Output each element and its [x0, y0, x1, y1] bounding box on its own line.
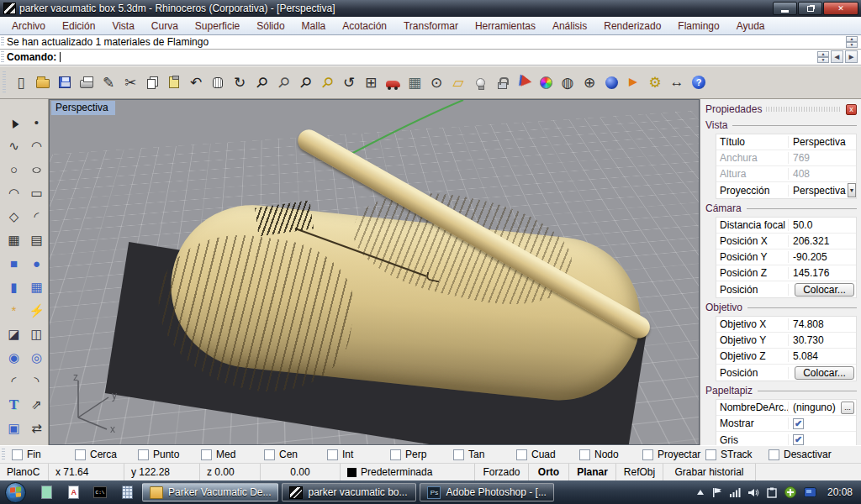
osnap-checkbox[interactable] [12, 449, 23, 460]
spinner-up-icon[interactable]: ▲ [817, 51, 829, 57]
toolbar-icon-undo-view[interactable]: ↺ [338, 71, 360, 94]
snap-toggle[interactable]: Forzado [475, 464, 529, 480]
toolbar-icon-block-shapes[interactable]: ▱ [447, 71, 469, 94]
cplane-button[interactable]: PlanoC [0, 464, 49, 480]
menu-item-vista[interactable]: Vista [103, 18, 142, 34]
osnap-checkbox[interactable] [516, 449, 527, 460]
osnap-checkbox[interactable] [705, 449, 716, 460]
toolbar-icon-material[interactable] [513, 71, 535, 94]
toolbar-icon-copy[interactable] [141, 71, 163, 94]
quicklaunch-notepad-icon[interactable] [39, 485, 54, 500]
osnap-toggle-nodo[interactable]: Nodo [579, 449, 642, 460]
menu-item-curva[interactable]: Curva [143, 18, 187, 34]
osnap-checkbox[interactable] [453, 449, 464, 460]
volume-icon[interactable] [748, 488, 759, 497]
taskbar-button-photoshop[interactable]: PsAdobe Photoshop - [... [420, 483, 554, 501]
scroll-left-icon[interactable]: ◀ [831, 50, 843, 63]
menu-item-ayuda[interactable]: Ayuda [728, 18, 774, 34]
restore-button[interactable] [798, 2, 822, 15]
toolbar-icon-color-wheel[interactable] [535, 71, 557, 94]
drag-handle[interactable] [1, 51, 4, 63]
side-tool-sphere-solid[interactable]: ● [25, 252, 48, 275]
osnap-toggle-fin[interactable]: Fin [12, 449, 75, 460]
menu-item-malla[interactable]: Malla [293, 18, 335, 34]
side-tool-curve-interpolate[interactable]: ◠ [25, 134, 48, 157]
toolbar-icon-new-file[interactable]: ▯ [10, 71, 32, 94]
osnap-toggle-punto[interactable]: Punto [138, 449, 201, 460]
toolbar-icon-sphere-wire[interactable]: ◍ [557, 71, 578, 94]
osnap-toggle-cerca[interactable]: Cerca [75, 449, 138, 460]
taskbar-clock[interactable]: 20:08 [827, 486, 853, 498]
ortho-toggle[interactable]: Orto [529, 464, 569, 480]
start-button[interactable] [5, 482, 26, 503]
side-tool-boolean-union[interactable]: * [3, 299, 25, 322]
toolbar-icon-open-folder[interactable] [32, 71, 54, 94]
toolbar-icon-cone-arrow[interactable]: ▲ [622, 71, 644, 94]
taskbar-button-rhino[interactable]: parker vacumatic bo... [282, 483, 416, 501]
side-tool-scale[interactable]: ⇗ [25, 393, 48, 416]
side-tool-split[interactable]: ◫ [25, 323, 48, 345]
taskbar-button-explorer[interactable]: Parker Vacumatic De... [142, 483, 278, 501]
history-toggle[interactable]: Grabar historial [663, 464, 756, 480]
menu-item-s-lido[interactable]: Sólido [248, 18, 293, 34]
toolbar-icon-sphere-grid[interactable]: ⊕ [578, 71, 600, 94]
command-line[interactable]: Comando: ▲▼ ◀ ▶ [0, 50, 861, 66]
network-icon[interactable] [730, 488, 741, 497]
osnap-toggle-cuad[interactable]: Cuad [516, 449, 579, 460]
wallpaper-gray-checkbox[interactable]: ✔ [793, 434, 804, 445]
osnap-checkbox[interactable] [264, 449, 275, 460]
osnap-toggle-int[interactable]: Int [327, 449, 390, 460]
side-tool-box-solid[interactable]: ■ [3, 252, 25, 275]
drag-handle[interactable] [3, 71, 6, 93]
perspective-viewport[interactable]: Perspectiva z y x [49, 99, 700, 445]
osnap-checkbox[interactable] [201, 449, 212, 460]
toolbar-icon-render-sphere[interactable] [600, 71, 622, 94]
toolbar-icon-print[interactable] [76, 71, 98, 94]
toolbar-icon-zoom-in[interactable]: ⚲ [251, 71, 272, 94]
antivirus-icon[interactable] [784, 486, 796, 498]
side-tool-text[interactable]: T [3, 393, 25, 416]
menu-item-acotaci-n[interactable]: Acotación [334, 18, 395, 34]
osnap-checkbox[interactable] [138, 449, 149, 460]
toolbar-icon-zoom-selected[interactable]: ⚲ [316, 71, 338, 94]
toolbar-icon-cut[interactable]: ✂ [119, 71, 141, 94]
side-tool-trim[interactable]: ◪ [3, 323, 25, 345]
side-tool-blend-curve[interactable]: ◝ [25, 370, 48, 392]
toolbar-icon-gears[interactable]: ⚙ [644, 71, 666, 94]
toolbar-icon-paste[interactable] [163, 71, 185, 94]
spinner-down-icon[interactable]: ▼ [817, 57, 829, 63]
osnap-checkbox[interactable] [769, 449, 779, 460]
osnap-toggle-desactivar[interactable]: Desactivar [769, 449, 832, 460]
projection-dropdown-icon[interactable]: ▼ [848, 183, 856, 197]
menu-item-archivo[interactable]: Archivo [3, 18, 54, 34]
toolbar-icon-help[interactable] [688, 71, 710, 94]
toolbar-icon-pan[interactable] [207, 71, 229, 94]
drag-handle[interactable] [1, 37, 4, 47]
toolbar-icon-viewport-layout[interactable]: ⊞ [360, 71, 382, 94]
osnap-toggle-strack[interactable]: STrack [705, 449, 769, 460]
toolbar-icon-export-note[interactable]: ✎ [98, 71, 119, 94]
side-tool-polygon[interactable]: ◇ [3, 205, 25, 228]
side-tool-rectangle[interactable]: ▭ [25, 181, 48, 204]
side-tool-point[interactable]: • [25, 111, 48, 134]
scroll-right-icon[interactable]: ▶ [845, 50, 858, 63]
quicklaunch-calculator-icon[interactable] [119, 485, 135, 500]
side-tool-explode[interactable]: ⚡ [25, 299, 48, 322]
quicklaunch-wordpad-icon[interactable] [66, 485, 81, 500]
menu-item-renderizado[interactable]: Renderizado [595, 18, 669, 34]
side-tool-curve-edit[interactable]: ◜ [3, 370, 25, 392]
side-tool-cylinder-surface[interactable]: ▮ [3, 276, 25, 298]
side-tool-distribute[interactable]: ⇄ [25, 417, 48, 439]
side-tool-circle[interactable]: ○ [3, 158, 25, 181]
side-tool-select[interactable]: ▲ [3, 111, 25, 134]
side-tool-surface-points[interactable]: ▦ [3, 228, 25, 251]
drag-handle[interactable] [2, 449, 5, 460]
history-scroll-up-icon[interactable]: ▲ [846, 36, 858, 42]
side-tool-mesh-surface[interactable]: ▦ [25, 276, 48, 298]
history-scroll-down-icon[interactable]: ▼ [846, 42, 858, 48]
osnap-toggle-cen[interactable]: Cen [264, 449, 327, 460]
osnap-toggle-perp[interactable]: Perp [390, 449, 453, 460]
osnap-checkbox[interactable] [75, 449, 86, 460]
osnap-checkbox[interactable] [327, 449, 338, 460]
side-tool-boolean-circles[interactable]: ◉ [3, 346, 25, 369]
